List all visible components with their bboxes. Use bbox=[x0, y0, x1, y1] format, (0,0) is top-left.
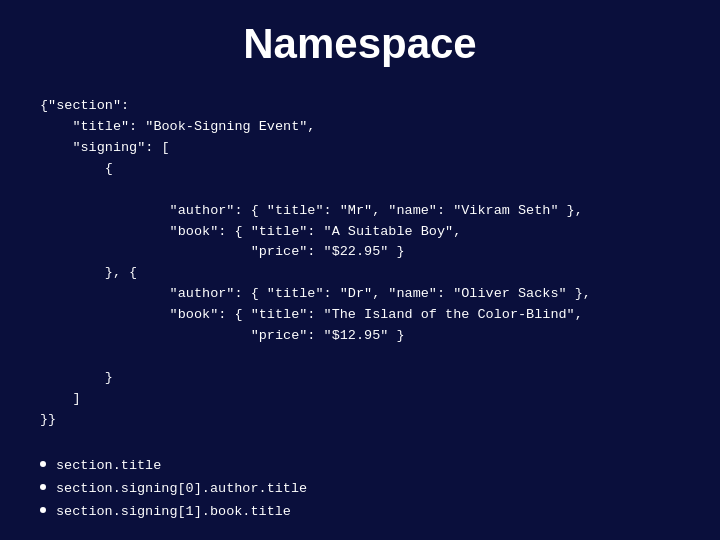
bullet-text: section.title bbox=[56, 455, 161, 478]
bullet-dot bbox=[40, 484, 46, 490]
bullet-dot bbox=[40, 461, 46, 467]
list-item: section.signing[0].author.title bbox=[40, 478, 680, 501]
bullet-text: section.signing[0].author.title bbox=[56, 478, 307, 501]
code-block: {"section": "title": "Book-Signing Event… bbox=[40, 96, 680, 431]
bullet-list: section.title section.signing[0].author.… bbox=[40, 455, 680, 524]
list-item: section.title bbox=[40, 455, 680, 478]
page-container: Namespace {"section": "title": "Book-Sig… bbox=[0, 0, 720, 540]
bullet-dot bbox=[40, 507, 46, 513]
bullet-text: section.signing[1].book.title bbox=[56, 501, 291, 524]
list-item: section.signing[1].book.title bbox=[40, 501, 680, 524]
page-title: Namespace bbox=[40, 20, 680, 68]
